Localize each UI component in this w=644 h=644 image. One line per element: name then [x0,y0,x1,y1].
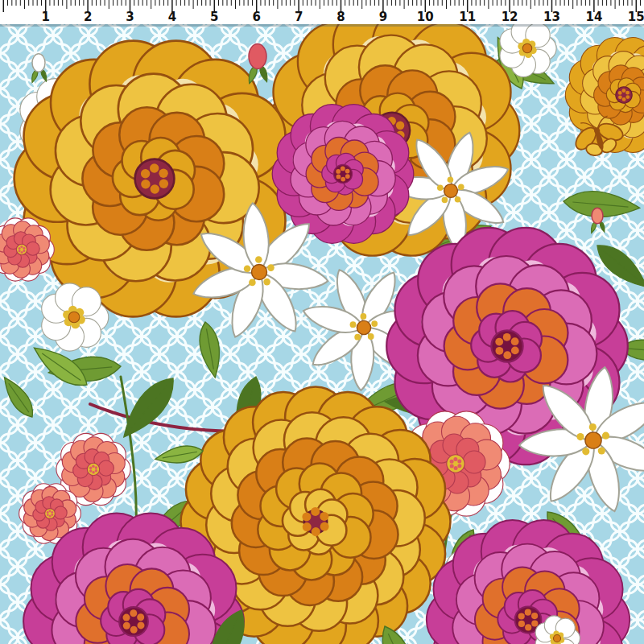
ruler-number: 8 [336,10,345,24]
fabric-swatch: 123456789101112131415 [0,0,644,644]
ruler: 123456789101112131415 [0,0,644,27]
ruler-number: 13 [543,10,560,24]
ruler-number: 14 [585,10,602,24]
ruler-number: 4 [168,10,176,24]
ruler-number: 1 [41,10,49,24]
ruler-number: 2 [84,10,92,24]
ruler-number: 7 [295,10,303,24]
ruler-number: 10 [417,10,434,24]
ruler-shadow [0,24,644,27]
fabric-pattern-image: 123456789101112131415 [0,0,644,644]
ruler-number: 9 [379,10,387,24]
magenta-peony-flower [272,105,414,244]
ruler-number: 3 [126,10,134,24]
ruler-number: 12 [502,10,518,24]
ruler-number: 5 [210,10,218,24]
ruler-number: 11 [459,10,476,24]
ruler-number: 6 [252,10,260,24]
ruler-number: 15 [628,10,644,24]
